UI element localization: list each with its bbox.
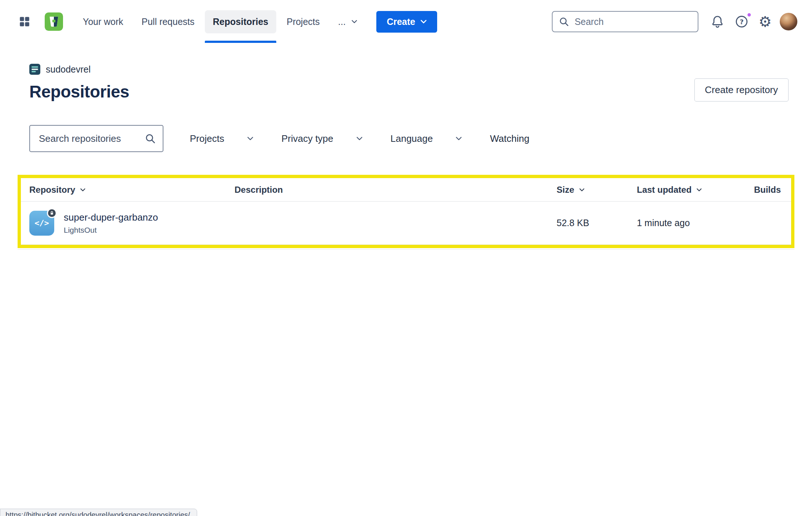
repository-search-input[interactable] (38, 133, 144, 145)
filter-language-dropdown[interactable]: Language (391, 129, 464, 148)
bitbucket-logo-icon[interactable] (45, 12, 63, 31)
repository-avatar: </> (29, 211, 54, 236)
filter-label: Projects (190, 133, 224, 144)
link-status-url: https://bitbucket.org/sudodevrel/workspa… (0, 509, 197, 516)
chevron-down-icon (578, 186, 586, 194)
bell-icon (710, 14, 725, 29)
filter-privacy-type-dropdown[interactable]: Privacy type (281, 129, 364, 148)
column-header-last-updated[interactable]: Last updated (637, 185, 751, 195)
app-switcher-button[interactable] (15, 12, 34, 31)
workspace-avatar-icon (29, 64, 40, 75)
create-repository-button[interactable]: Create repository (694, 78, 789, 102)
nav-label: Your work (83, 16, 123, 27)
column-header-description: Description (235, 185, 557, 195)
search-icon (144, 133, 156, 144)
column-header-builds: Builds (754, 185, 781, 195)
nav-label: Projects (287, 16, 320, 27)
global-search-input[interactable] (574, 16, 693, 27)
settings-button[interactable]: ⚙ (756, 11, 775, 32)
nav-label: ... (338, 16, 346, 27)
help-button[interactable]: ? (731, 11, 752, 32)
nav-item-more[interactable]: ... (330, 10, 367, 33)
link-status-bar: https://bitbucket.org/sudodevrel/workspa… (0, 509, 197, 516)
primary-nav: Your work Pull requests Repositories Pro… (73, 0, 367, 43)
nav-label: Pull requests (141, 16, 195, 27)
private-lock-icon (47, 208, 57, 218)
filter-projects-dropdown[interactable]: Projects (190, 129, 255, 148)
column-label: Repository (29, 185, 75, 195)
column-label: Description (235, 185, 283, 195)
column-label: Builds (754, 185, 781, 195)
notifications-button[interactable] (707, 11, 728, 32)
filter-watching[interactable]: Watching (490, 129, 529, 148)
table-row[interactable]: </> super-duper-garbanzo LightsOut 52.8 … (21, 202, 791, 245)
chevron-down-icon (454, 134, 464, 143)
chevron-down-icon (246, 134, 255, 143)
filter-label: Privacy type (281, 133, 333, 144)
code-brackets-icon: </> (34, 218, 49, 228)
svg-text:?: ? (740, 18, 744, 26)
breadcrumb-workspace-link[interactable]: sudodevrel (46, 64, 91, 75)
create-button-label: Create (387, 16, 415, 27)
create-button[interactable]: Create (376, 11, 437, 33)
column-label: Size (557, 185, 574, 195)
page-title: Repositories (29, 82, 129, 102)
last-updated-cell: 1 minute ago (637, 218, 751, 228)
chevron-down-icon (419, 17, 428, 26)
repositories-table: Repository Description Size Last updated (21, 178, 791, 245)
grid-icon (18, 15, 31, 28)
top-navigation: Your work Pull requests Repositories Pro… (0, 0, 812, 43)
size-cell: 52.8 KB (557, 218, 637, 228)
search-icon (558, 16, 569, 27)
table-bottom-divider (18, 249, 794, 250)
table-header-row: Repository Description Size Last updated (21, 178, 791, 202)
filter-label: Language (391, 133, 433, 144)
nav-item-repositories[interactable]: Repositories (205, 10, 276, 33)
repository-cell: </> super-duper-garbanzo LightsOut (29, 211, 235, 236)
page-header: Repositories Create repository (0, 75, 812, 102)
help-notification-dot (746, 12, 752, 18)
nav-utility-icons: ? ⚙ (707, 11, 775, 32)
filter-bar: Projects Privacy type Language Watching (29, 125, 812, 152)
chevron-down-icon (695, 186, 703, 194)
repository-search[interactable] (29, 125, 163, 152)
column-header-size[interactable]: Size (557, 185, 637, 195)
chevron-down-icon (350, 17, 359, 26)
repository-title-block: super-duper-garbanzo LightsOut (64, 212, 158, 235)
repository-project-link[interactable]: LightsOut (64, 226, 158, 235)
repository-name-link[interactable]: super-duper-garbanzo (64, 212, 158, 223)
nav-item-pull-requests[interactable]: Pull requests (133, 10, 203, 33)
chevron-down-icon (355, 134, 364, 143)
global-search[interactable] (552, 11, 698, 32)
chevron-down-icon (79, 186, 87, 194)
nav-item-projects[interactable]: Projects (278, 10, 328, 33)
column-header-repository[interactable]: Repository (29, 185, 235, 195)
nav-item-your-work[interactable]: Your work (75, 10, 131, 33)
highlight-annotation: Repository Description Size Last updated (18, 175, 794, 248)
user-avatar[interactable] (780, 13, 797, 30)
breadcrumb: sudodevrel (29, 64, 812, 75)
column-label: Last updated (637, 185, 691, 195)
gear-icon: ⚙ (759, 14, 772, 29)
nav-label: Repositories (213, 16, 268, 27)
